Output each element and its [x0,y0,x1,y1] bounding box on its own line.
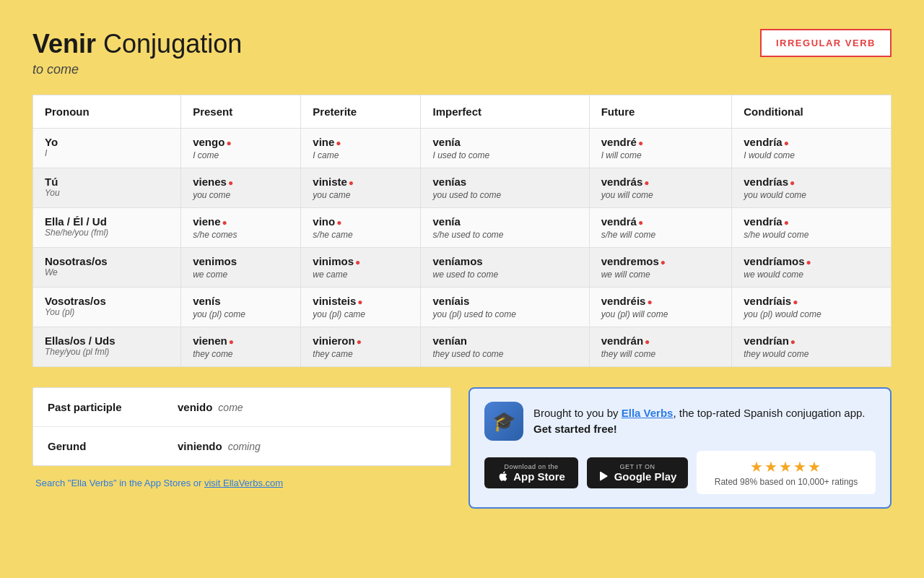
conj-word: veníais [432,295,469,307]
participle-section: Past participle venido come Gerund vinie… [32,387,451,509]
conditional-cell: vendrías●you would come [732,168,892,208]
rating-stars: ★★★★★ [708,458,864,475]
conj-translation: we would come [744,269,879,280]
preterite-cell: vine●I came [301,129,421,168]
conj-word: vendrías● [744,176,795,188]
google-play-large-text: Google Play [598,470,677,483]
past-participle-value: venido [178,401,212,413]
imperfect-cell: veníanthey used to come [421,327,589,367]
conj-translation: you come [193,190,289,200]
gerund-row: Gerund viniendo coming [33,427,450,465]
col-header-conditional: Conditional [732,95,892,129]
page-title: Venir Conjugation [32,29,242,59]
pronoun-main: Yo [45,136,169,148]
conj-translation: I used to come [432,150,577,160]
app-store-button[interactable]: Download on the App Store [484,457,578,488]
irregular-dot: ● [349,178,354,188]
gerund-value: viniendo [178,440,222,452]
page-header: Venir Conjugation to come IRREGULAR VERB [32,29,892,77]
future-cell: vendrá●s/he will come [589,208,732,248]
conj-translation: I came [313,150,409,160]
conj-word: vendrás● [601,176,650,188]
conditional-cell: vendría●s/he would come [732,208,892,248]
promo-header: 🎓 Brought to you by Ella Verbs, the top-… [484,402,876,441]
table-row: Ella / Él / UdShe/he/you (fml)viene●s/he… [33,208,892,248]
conj-translation: you used to come [432,190,577,200]
preterite-cell: vino●s/he came [301,208,421,248]
conj-translation: they come [193,349,289,359]
apple-icon [497,470,509,482]
preterite-cell: vinimos●we came [301,248,421,288]
ella-verbs-link[interactable]: visit EllaVerbs.com [204,478,283,488]
present-cell: venimoswe come [181,248,301,288]
future-cell: vendré●I will come [589,129,732,168]
conj-translation: s/he comes [193,230,289,240]
conj-word: vendríais● [744,295,798,307]
irregular-verb-badge: IRREGULAR VERB [760,29,892,57]
imperfect-cell: veníaI used to come [421,129,589,168]
conj-word: vine● [313,136,341,148]
irregular-dot: ● [793,297,798,307]
imperfect-cell: venías/he used to come [421,208,589,248]
future-cell: vendréis●you (pl) will come [589,288,732,327]
irregular-dot: ● [228,178,233,188]
search-bar-text: Search "Ella Verbs" in the App Stores or [35,478,204,488]
present-cell: viene●s/he comes [181,208,301,248]
col-header-imperfect: Imperfect [421,95,589,129]
conj-word: vinimos● [313,255,360,267]
pronoun-sub: I [45,148,169,158]
irregular-dot: ● [784,217,789,228]
future-cell: vendrás●you will come [589,168,732,208]
table-row: Ellas/os / UdsThey/you (pl fml)vienen●th… [33,327,892,367]
present-cell: vengo●I come [181,129,301,168]
present-cell: vienes●you come [181,168,301,208]
conj-word: vinisteis● [313,295,362,307]
search-bar: Search "Ella Verbs" in the App Stores or… [32,478,451,488]
google-play-button[interactable]: GET IT ON Google Play [587,457,688,488]
past-participle-label: Past participle [48,401,178,413]
conditional-cell: vendrían●they would come [732,327,892,367]
conj-word: venía [432,136,460,148]
pronoun-main: Vosotras/os [45,295,169,307]
title-block: Venir Conjugation to come [32,29,242,77]
conj-word: veníamos [432,255,482,267]
conj-word: vendría● [744,136,789,148]
irregular-dot: ● [222,217,227,228]
rating-box: ★★★★★ Rated 98% based on 10,000+ ratings [697,451,876,494]
table-row: YoIvengo●I comevine●I cameveníaI used to… [33,129,892,168]
conj-translation: I come [193,150,289,160]
ella-verbs-brand-link[interactable]: Ella Verbs [622,407,674,419]
conj-word: vendría● [744,215,789,228]
app-store-small-text: Download on the [504,463,558,470]
irregular-dot: ● [647,297,652,307]
imperfect-cell: veníasyou used to come [421,168,589,208]
conj-translation: you (pl) came [313,309,409,319]
table-row: TúYouvienes●you comeviniste●you camevení… [33,168,892,208]
conj-word: venía [432,215,460,228]
conjugation-table: Pronoun Present Preterite Imperfect Futu… [32,95,892,367]
pronoun-sub: She/he/you (fml) [45,228,169,238]
conditional-cell: vendríamos●we would come [732,248,892,288]
pronoun-main: Nosotras/os [45,255,169,267]
past-participle-row: Past participle venido come [33,388,450,427]
irregular-dot: ● [638,217,643,228]
conj-word: venían [432,335,467,347]
preterite-cell: vinieron●they came [301,327,421,367]
conj-translation: we used to come [432,269,577,280]
promo-box: 🎓 Brought to you by Ella Verbs, the top-… [468,387,892,509]
col-header-future: Future [589,95,732,129]
rating-text: Rated 98% based on 10,000+ ratings [708,477,864,487]
conditional-cell: vendría●I would come [732,129,892,168]
irregular-dot: ● [226,138,231,148]
conj-translation: I would come [744,150,879,160]
conj-translation: you (pl) used to come [432,309,577,319]
conj-word: vendré● [601,136,643,148]
preterite-cell: vinisteis●you (pl) came [301,288,421,327]
conj-word: vendrá● [601,215,643,228]
conj-translation: you will come [601,190,720,200]
pronoun-sub: You [45,188,169,198]
conj-translation: you (pl) come [193,309,289,319]
present-cell: vienen●they come [181,327,301,367]
irregular-dot: ● [638,138,643,148]
conj-translation: s/he used to come [432,230,577,240]
